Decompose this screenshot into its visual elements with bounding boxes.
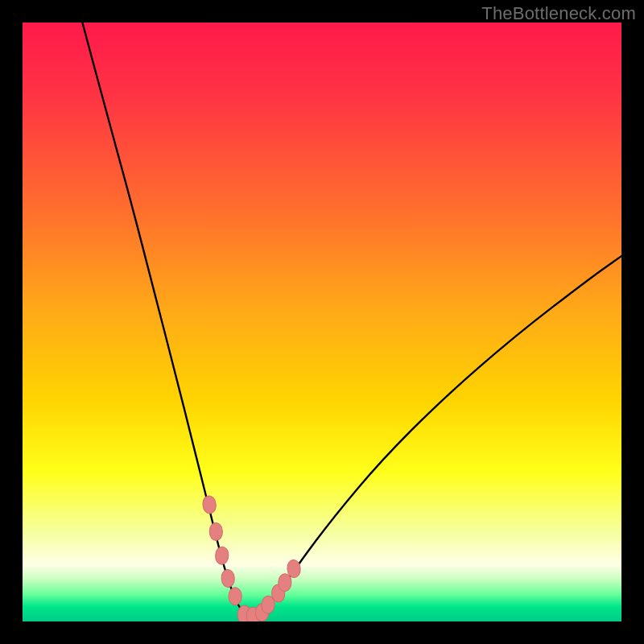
marker-point (215, 547, 229, 565)
watermark-text: TheBottleneck.com (481, 3, 636, 24)
marker-point (278, 573, 291, 592)
marker-point (209, 522, 222, 540)
bottleneck-chart (23, 23, 621, 621)
marker-point (229, 588, 242, 605)
